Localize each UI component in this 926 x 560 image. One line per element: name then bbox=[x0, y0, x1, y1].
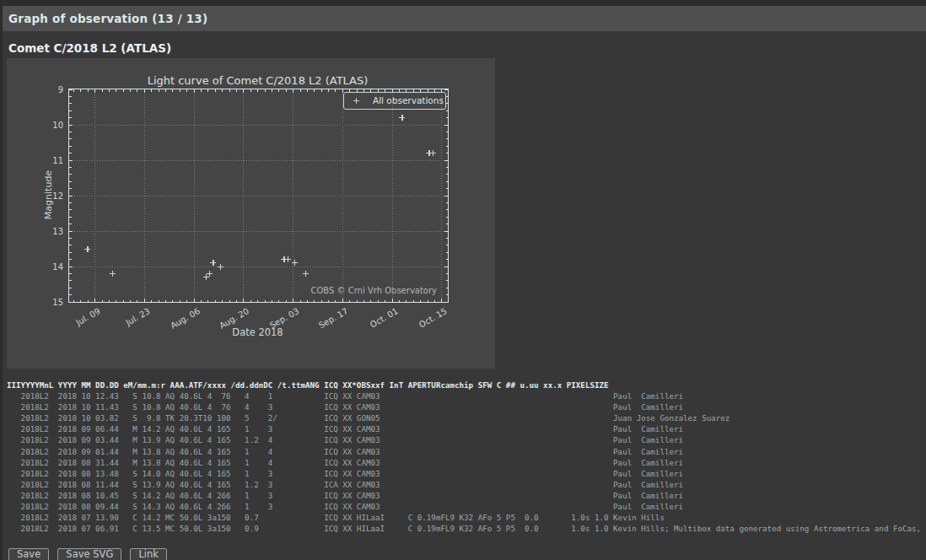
y-major-tick bbox=[444, 89, 448, 90]
y-minor-tick bbox=[69, 273, 72, 274]
y-minor-tick bbox=[69, 294, 72, 295]
x-major-tick bbox=[293, 89, 293, 93]
x-minor-tick bbox=[257, 89, 258, 92]
x-minor-tick bbox=[116, 300, 116, 303]
x-minor-tick bbox=[434, 89, 435, 92]
y-minor-tick bbox=[69, 223, 72, 224]
y-minor-tick bbox=[69, 138, 72, 139]
y-major-tick bbox=[69, 89, 73, 90]
y-minor-tick bbox=[69, 96, 72, 97]
legend: All observations bbox=[343, 92, 446, 110]
x-tick-label: Jul. 23 bbox=[124, 306, 151, 327]
y-minor-tick bbox=[446, 132, 449, 132]
save-svg-button[interactable]: Save SVG bbox=[57, 548, 121, 560]
y-minor-tick bbox=[446, 138, 449, 139]
x-minor-tick bbox=[229, 89, 230, 92]
x-minor-tick bbox=[357, 89, 358, 92]
x-minor-tick bbox=[300, 89, 301, 92]
x-minor-tick bbox=[314, 300, 315, 303]
y-major-tick bbox=[69, 231, 73, 232]
x-minor-tick bbox=[109, 300, 110, 303]
x-minor-tick bbox=[236, 300, 237, 303]
x-minor-tick bbox=[265, 89, 266, 92]
x-minor-tick bbox=[215, 89, 216, 92]
x-gridline bbox=[144, 89, 145, 302]
table-row: 2018L2 2018 08 11.44 S 13.9 AQ 40.6L 4 1… bbox=[7, 479, 926, 490]
y-major-tick bbox=[69, 196, 73, 197]
x-minor-tick bbox=[385, 89, 385, 92]
x-minor-tick bbox=[399, 300, 400, 303]
table-row: 2018L2 2018 10 11.43 S 10.8 AQ 40.6L 4 7… bbox=[7, 401, 926, 412]
y-minor-tick bbox=[69, 103, 72, 104]
page: Graph of observation (13 / 13) Comet C/2… bbox=[0, 0, 926, 560]
x-major-tick bbox=[392, 89, 393, 93]
x-minor-tick bbox=[123, 300, 124, 303]
x-minor-tick bbox=[236, 89, 237, 92]
x-minor-tick bbox=[335, 300, 336, 303]
x-minor-tick bbox=[159, 89, 159, 92]
y-tick-label: 9 bbox=[58, 85, 63, 94]
x-minor-tick bbox=[434, 300, 435, 303]
y-minor-tick bbox=[446, 288, 449, 288]
icq-table: IIIYYYYMnL YYYY MM DD.DD eM/mm.m:r AAA.A… bbox=[7, 380, 926, 534]
x-minor-tick bbox=[151, 89, 152, 92]
save-button[interactable]: Save bbox=[8, 548, 49, 560]
x-minor-tick bbox=[159, 300, 159, 303]
y-minor-tick bbox=[446, 167, 449, 168]
x-minor-tick bbox=[278, 300, 279, 303]
x-major-tick bbox=[441, 89, 442, 93]
table-header-row: IIIYYYYMnL YYYY MM DD.DD eM/mm.m:r AAA.A… bbox=[7, 380, 926, 390]
x-minor-tick bbox=[385, 300, 385, 303]
x-minor-tick bbox=[123, 89, 124, 92]
x-minor-tick bbox=[137, 89, 137, 92]
x-minor-tick bbox=[73, 300, 74, 303]
y-minor-tick bbox=[446, 153, 449, 153]
x-minor-tick bbox=[172, 89, 173, 92]
y-minor-tick bbox=[69, 259, 72, 260]
x-major-tick bbox=[441, 299, 442, 302]
y-minor-tick bbox=[69, 280, 72, 281]
x-minor-tick bbox=[307, 89, 308, 92]
y-minor-tick bbox=[446, 110, 449, 111]
y-minor-tick bbox=[69, 245, 72, 245]
y-minor-tick bbox=[446, 252, 449, 253]
y-minor-tick bbox=[446, 245, 449, 245]
x-minor-tick bbox=[321, 89, 322, 92]
y-minor-tick bbox=[69, 181, 72, 182]
y-minor-tick bbox=[69, 288, 72, 288]
x-minor-tick bbox=[109, 89, 110, 92]
x-minor-tick bbox=[201, 300, 202, 303]
watermark: COBS © Crni Vrh Observatory bbox=[310, 286, 437, 295]
plot-area: All observations COBS © Crni Vrh Observa… bbox=[68, 89, 449, 303]
x-minor-tick bbox=[102, 89, 103, 92]
y-minor-tick bbox=[446, 223, 449, 224]
y-minor-tick bbox=[446, 202, 449, 203]
top-frame-strip bbox=[0, 0, 926, 6]
y-major-tick bbox=[69, 160, 73, 161]
x-minor-tick bbox=[257, 300, 258, 303]
page-header-bar: Graph of observation (13 / 13) bbox=[3, 6, 926, 31]
x-minor-tick bbox=[399, 89, 400, 92]
y-major-tick bbox=[444, 302, 448, 303]
y-minor-tick bbox=[446, 103, 449, 104]
link-button[interactable]: Link bbox=[130, 548, 167, 560]
table-row: 2018L2 2018 08 13.48 S 14.0 AQ 40.6L 4 1… bbox=[7, 468, 926, 479]
y-minor-tick bbox=[446, 181, 449, 182]
y-tick-label: 14 bbox=[52, 262, 63, 272]
y-minor-tick bbox=[69, 188, 72, 189]
x-minor-tick bbox=[307, 300, 308, 303]
x-minor-tick bbox=[229, 300, 230, 303]
y-major-tick bbox=[444, 160, 448, 161]
x-minor-tick bbox=[180, 300, 180, 303]
legend-label: All observations bbox=[373, 93, 444, 109]
x-minor-tick bbox=[180, 89, 180, 92]
chart-title: Light curve of Comet C/2018 L2 (ATLAS) bbox=[68, 74, 447, 87]
x-major-tick bbox=[94, 299, 95, 302]
y-minor-tick bbox=[69, 252, 72, 253]
data-point bbox=[207, 271, 213, 277]
y-minor-tick bbox=[446, 96, 449, 97]
x-minor-tick bbox=[428, 89, 428, 92]
x-minor-tick bbox=[186, 300, 187, 303]
x-minor-tick bbox=[73, 89, 74, 92]
x-gridline bbox=[293, 89, 293, 302]
